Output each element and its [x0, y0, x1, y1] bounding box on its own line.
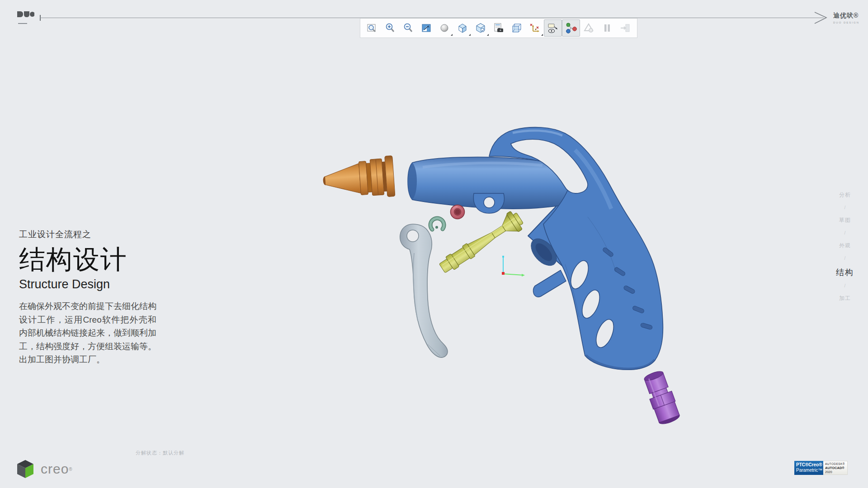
autocad-badge-line2: AUTOCAD® — [825, 466, 845, 470]
nav-item-sketch[interactable]: 草图 — [832, 217, 858, 224]
part-valve-stem[interactable] — [436, 209, 526, 277]
page-title: 结构设计 — [19, 243, 159, 276]
part-e-clip[interactable] — [430, 218, 444, 230]
nav-separator: / — [832, 256, 858, 261]
intro-paragraph-2: 出加工图并协调工厂。 — [19, 353, 156, 366]
intro-paragraph: 在确保外观不变的前提下去细化结构设计工作，运用Creo软件把外壳和内部机械结构链… — [19, 300, 156, 353]
page-subtitle: Structure Design — [19, 277, 159, 291]
nav-item-machining[interactable]: 加工 — [832, 295, 858, 302]
software-badges: PTC®Creo® Parametric™ AUTODESK® AUTOCAD®… — [794, 461, 848, 475]
creo-logo: creo ® — [16, 459, 72, 479]
part-trigger-lever[interactable] — [400, 224, 448, 357]
part-nozzle-tip[interactable] — [322, 155, 395, 201]
autocad-badge-line3: 2020 — [825, 470, 845, 474]
nav-separator: / — [832, 206, 858, 210]
page: 迪优吠® DUO DESIGN — [0, 0, 868, 488]
eyebrow-text: 工业设计全流程之 — [19, 229, 159, 240]
creo-logo-text: creo — [41, 461, 69, 477]
ptc-badge-line2: Parametric™ — [796, 468, 821, 473]
nav-item-analysis[interactable]: 分析 — [832, 192, 858, 198]
nav-item-appearance[interactable]: 外观 — [832, 242, 858, 249]
process-nav: 分析 / 草图 / 外观 / 结构 / 加工 — [832, 192, 858, 309]
creo-cube-icon — [16, 459, 34, 479]
intro-block: 工业设计全流程之 结构设计 Structure Design 在确保外观不变的前… — [19, 229, 159, 366]
autocad-badge: AUTODESK® AUTOCAD® 2020 — [823, 461, 848, 475]
part-hose-connector[interactable] — [642, 369, 682, 427]
explode-state-label: 分解状态：默认分解 — [136, 450, 184, 456]
csys-triad-icon — [502, 256, 525, 277]
part-seal-ring[interactable] — [451, 205, 465, 219]
ptc-creo-badge: PTC®Creo® Parametric™ — [794, 461, 823, 475]
ptc-badge-line1: PTC®Creo® — [796, 462, 821, 468]
nav-separator: / — [832, 284, 858, 288]
nav-item-structure-active[interactable]: 结构 — [832, 267, 858, 277]
nav-separator: / — [832, 231, 858, 235]
autocad-badge-line1: AUTODESK® — [825, 462, 845, 466]
part-gun-body[interactable] — [408, 127, 663, 370]
creo-reg-mark: ® — [69, 467, 72, 472]
